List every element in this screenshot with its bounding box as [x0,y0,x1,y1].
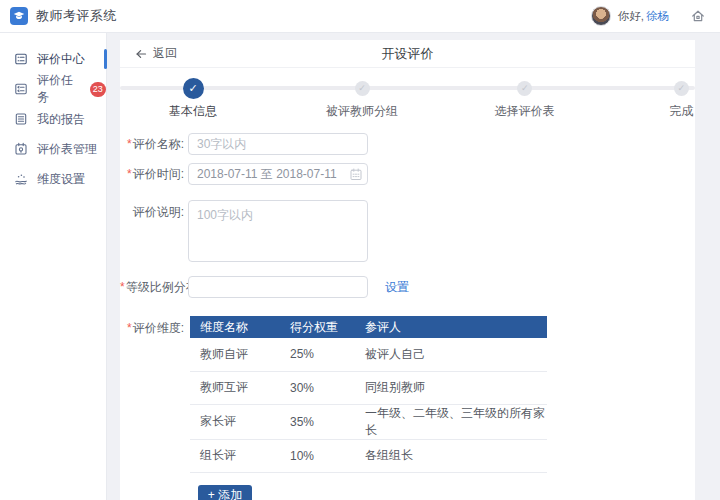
table-row: 家长评 35% 一年级、二年级、三年级的所有家长 [190,404,547,439]
step-label: 基本信息 [169,103,217,120]
step-basic-info: ✓ 基本信息 [169,77,217,120]
user-avatar[interactable] [591,6,611,26]
main-content: 开设评价 返回 ✓ 基本信息 ✓ 被评教师分组 [107,33,720,500]
dimensions-table-header-row: 维度名称 得分权重 参评人 [190,316,547,338]
back-label: 返回 [153,45,177,62]
description-field-row: 评价说明: [120,200,695,262]
app-logo [10,7,28,25]
grade-ratio-label: *等级比例分布: [120,276,184,298]
app-header: 教师考评系统 你好, 徐杨 [0,0,720,33]
evaluation-form: *评价名称: *评价时间: [120,118,695,500]
greeting-text: 你好, [618,9,644,24]
step-label: 被评教师分组 [326,103,398,120]
dimension-settings-icon [14,172,28,186]
dimensions-table: 维度名称 得分权重 参评人 教师自评 25% 被评人自己 [190,316,547,473]
sidebar-item-my-reports[interactable]: 我的报告 [0,104,106,134]
grade-ratio-set-link[interactable]: 设置 [385,276,409,298]
evaluation-time-input[interactable] [188,163,368,185]
name-field-row: *评价名称: [120,133,695,155]
time-field-label: *评价时间: [120,163,184,185]
form-management-icon [14,142,28,156]
sidebar: 评价中心 评价任务 23 我的报告 [0,33,107,500]
sidebar-item-evaluation-center[interactable]: 评价中心 [0,44,106,74]
grade-ratio-input[interactable] [188,276,368,298]
graduation-cap-icon [12,9,26,23]
add-dimension-button[interactable]: + 添加 [198,485,252,500]
step-check-icon: ✓ [183,78,204,99]
sidebar-item-label: 评价中心 [37,51,85,68]
dimension-name-cell: 教师互评 [190,371,280,404]
home-icon[interactable] [690,8,706,24]
stepper: ✓ 基本信息 ✓ 被评教师分组 ✓ 选择评价表 ✓ 完成 [120,68,695,118]
dimensions-table-wrap: 维度名称 得分权重 参评人 教师自评 25% 被评人自己 [188,316,547,500]
dimensions-row: *评价维度: 维度名称 得分权重 参评人 教师自评 [120,316,695,500]
step-select-form: ✓ 选择评价表 [495,77,555,120]
required-marker: * [127,137,132,151]
weight-cell: 30% [280,371,355,404]
participants-cell: 被评人自己 [355,338,547,371]
dimension-name-cell: 组长评 [190,439,280,472]
column-header-score-weight: 得分权重 [280,316,355,338]
step-label: 选择评价表 [495,103,555,120]
dimension-name-cell: 家长评 [190,404,280,439]
page-topbar: 开设评价 返回 [120,40,695,68]
my-reports-icon [14,112,28,126]
page-title: 开设评价 [120,45,695,63]
evaluation-description-textarea[interactable] [188,200,368,262]
evaluation-tasks-icon [14,82,28,96]
required-marker: * [127,167,132,181]
step-check-icon: ✓ [355,81,370,96]
weight-cell: 35% [280,404,355,439]
sidebar-item-label: 维度设置 [37,171,85,188]
sidebar-item-form-management[interactable]: 评价表管理 [0,134,106,164]
required-marker: * [120,280,125,294]
sidebar-item-label: 评价任务 [37,72,78,106]
step-teacher-grouping: ✓ 被评教师分组 [326,77,398,120]
username-link[interactable]: 徐杨 [646,9,669,24]
name-field-label: *评价名称: [120,133,184,155]
back-button[interactable]: 返回 [134,45,177,62]
participants-cell: 各组组长 [355,439,547,472]
required-marker: * [127,321,132,335]
evaluation-center-icon [14,52,28,66]
task-count-badge: 23 [90,82,106,97]
brand: 教师考评系统 [10,7,117,25]
calendar-icon[interactable] [350,168,362,181]
content-card: 开设评价 返回 ✓ 基本信息 ✓ 被评教师分组 [120,40,695,500]
dimension-name-cell: 教师自评 [190,338,280,371]
date-range-field [188,163,368,185]
column-header-participants: 参评人 [355,316,547,338]
participants-link[interactable]: 一年级、二年级、三年级的所有家长 [355,404,547,439]
header-right: 你好, 徐杨 [591,6,706,26]
table-row: 教师自评 25% 被评人自己 [190,338,547,371]
sidebar-item-label: 评价表管理 [37,141,97,158]
grade-ratio-field-row: *等级比例分布: 设置 [120,276,695,298]
weight-cell: 10% [280,439,355,472]
step-check-icon: ✓ [517,81,532,96]
back-arrow-icon [134,48,147,60]
step-label: 完成 [669,103,693,120]
table-row: 组长评 10% 各组组长 [190,439,547,472]
step-check-icon: ✓ [674,81,689,96]
step-complete: ✓ 完成 [669,77,693,120]
sidebar-item-evaluation-tasks[interactable]: 评价任务 23 [0,74,106,104]
sidebar-item-dimension-settings[interactable]: 维度设置 [0,164,106,194]
weight-cell: 25% [280,338,355,371]
app-title: 教师考评系统 [36,7,117,25]
dimensions-label: *评价维度: [120,316,184,500]
participants-cell: 同组别教师 [355,371,547,404]
sidebar-item-label: 我的报告 [37,111,85,128]
description-field-label: 评价说明: [120,200,184,262]
time-field-row: *评价时间: [120,163,695,185]
column-header-dimension-name: 维度名称 [190,316,280,338]
table-row: 教师互评 30% 同组别教师 [190,371,547,404]
evaluation-name-input[interactable] [188,133,368,155]
